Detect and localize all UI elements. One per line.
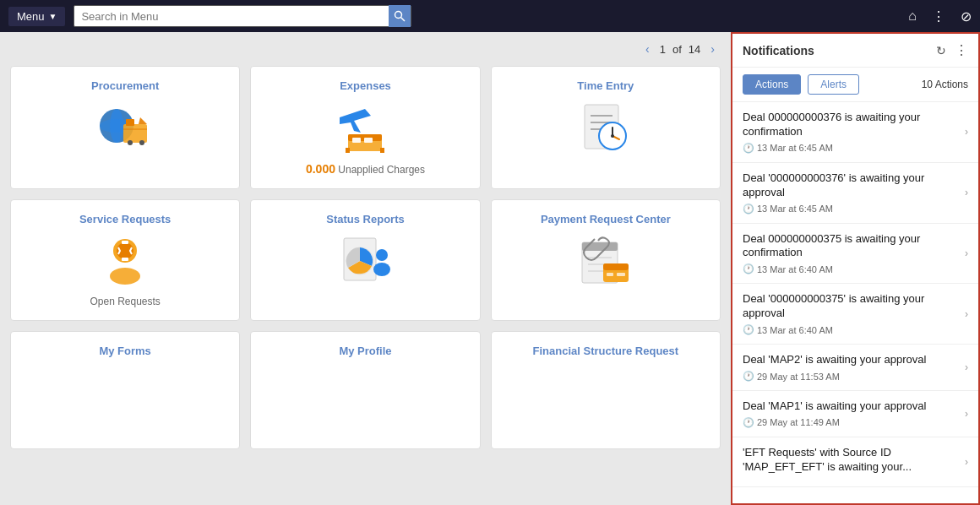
svg-rect-15 <box>380 148 384 153</box>
actions-count: 10 Actions <box>922 79 968 90</box>
tab-actions[interactable]: Actions <box>743 74 801 95</box>
notifications-panel: Notifications ↻ ⋮ Actions Alerts 10 Acti… <box>731 32 980 505</box>
unapplied-value: 0.000 <box>306 162 335 176</box>
search-button[interactable] <box>389 5 411 27</box>
tile-service-requests-title: Service Requests <box>79 213 171 225</box>
notif-item-5-time: 🕐 29 May at 11:53 AM <box>743 371 960 382</box>
tile-time-entry[interactable]: Time Entry <box>491 66 721 189</box>
refresh-icon[interactable]: ↻ <box>936 44 946 57</box>
notif-chevron-1: › <box>965 126 968 138</box>
tile-my-profile[interactable]: My Profile <box>250 331 480 449</box>
home-icon[interactable]: ⌂ <box>908 8 917 24</box>
notif-header-icons: ↻ ⋮ <box>936 42 968 58</box>
notif-item-4[interactable]: Deal '000000000375' is awaiting your app… <box>732 284 978 345</box>
svg-rect-27 <box>122 241 128 244</box>
top-navigation: Menu ▼ ⌂ ⋮ ⊘ <box>0 0 980 32</box>
search-input[interactable] <box>74 10 389 23</box>
svg-rect-42 <box>617 273 625 276</box>
tile-service-requests[interactable]: Service Requests Open Requests <box>10 199 240 321</box>
left-content: ‹ 1 of 14 › Procurement <box>0 32 731 505</box>
clock-icon-4: 🕐 <box>743 324 754 335</box>
menu-button[interactable]: Menu ▼ <box>8 7 65 26</box>
menu-chevron-icon: ▼ <box>49 12 57 21</box>
svg-rect-28 <box>122 258 128 261</box>
tile-expenses-subtitle: 0.000 Unapplied Charges <box>306 162 425 176</box>
pagination-nav: ‹ 1 of 14 › <box>642 41 718 57</box>
svg-rect-5 <box>123 124 147 143</box>
status-reports-icon <box>340 234 390 289</box>
notif-item-6-title: Deal 'MAP1' is awaiting your approval <box>743 399 960 414</box>
page-total: 14 <box>689 43 700 56</box>
notif-item-2[interactable]: Deal '000000000376' is awaiting your app… <box>732 163 978 224</box>
svg-point-32 <box>376 249 388 261</box>
page-current: 1 <box>660 43 666 56</box>
notif-item-1[interactable]: Deal 000000000376 is awaiting your confi… <box>732 102 978 163</box>
tile-service-subtitle: Open Requests <box>90 296 160 307</box>
payment-request-icon <box>578 234 633 289</box>
pagination-bar: ‹ 1 of 14 › <box>0 32 731 66</box>
svg-rect-13 <box>364 138 373 143</box>
tile-payment-request[interactable]: Payment Request Center <box>491 199 721 321</box>
notif-item-6-time: 🕐 29 May at 11:49 AM <box>743 417 960 428</box>
notif-item-1-title: Deal 000000000376 is awaiting your confi… <box>743 111 960 139</box>
notif-chevron-4: › <box>965 308 968 320</box>
notif-chevron-3: › <box>965 247 968 259</box>
tile-time-entry-title: Time Entry <box>577 79 634 92</box>
svg-point-29 <box>110 268 140 285</box>
tile-payment-request-title: Payment Request Center <box>541 213 671 225</box>
tile-financial-structure-title: Financial Structure Request <box>533 345 679 357</box>
tile-financial-structure[interactable]: Financial Structure Request <box>491 331 721 449</box>
notif-item-5[interactable]: Deal 'MAP2' is awaiting your approval 🕐 … <box>732 345 978 391</box>
notif-item-1-content: Deal 000000000376 is awaiting your confi… <box>743 111 960 154</box>
clock-icon-6: 🕐 <box>743 417 754 428</box>
notif-item-4-time: 🕐 13 Mar at 6:40 AM <box>743 324 960 335</box>
nav-right-icons: ⌂ ⋮ ⊘ <box>908 8 972 24</box>
notif-item-5-title: Deal 'MAP2' is awaiting your approval <box>743 353 960 367</box>
notif-item-7[interactable]: 'EFT Requests' with Source ID 'MAP_EFT_E… <box>732 437 978 487</box>
prev-page-button[interactable]: ‹ <box>642 41 653 57</box>
notifications-title: Notifications <box>743 44 814 57</box>
notif-chevron-7: › <box>965 456 968 468</box>
tile-my-forms[interactable]: My Forms <box>10 331 240 449</box>
notif-item-3[interactable]: Deal 000000000375 is awaiting your confi… <box>732 224 978 285</box>
tab-alerts[interactable]: Alerts <box>808 74 859 95</box>
tile-my-profile-title: My Profile <box>339 345 391 357</box>
notifications-list: Deal 000000000376 is awaiting your confi… <box>732 102 978 503</box>
tile-my-forms-title: My Forms <box>99 345 150 357</box>
clock-icon-2: 🕐 <box>743 204 754 214</box>
notif-chevron-2: › <box>965 187 968 198</box>
next-page-button[interactable]: › <box>707 41 718 57</box>
tile-expenses[interactable]: Expenses 0.000 Unapplied Charges <box>250 66 480 189</box>
notif-item-3-content: Deal 000000000375 is awaiting your confi… <box>743 232 960 275</box>
notif-item-6[interactable]: Deal 'MAP1' is awaiting your approval 🕐 … <box>732 391 978 437</box>
notif-more-icon[interactable]: ⋮ <box>955 42 968 58</box>
search-bar <box>74 5 411 27</box>
notif-item-5-content: Deal 'MAP2' is awaiting your approval 🕐 … <box>743 353 960 382</box>
notif-item-4-content: Deal '000000000375' is awaiting your app… <box>743 292 960 335</box>
svg-point-0 <box>395 12 402 19</box>
svg-point-8 <box>128 140 133 145</box>
clock-icon-3: 🕐 <box>743 263 754 274</box>
main-area: ‹ 1 of 14 › Procurement <box>0 32 980 505</box>
tile-status-reports[interactable]: Status Reports <box>250 199 480 321</box>
close-circle-icon[interactable]: ⊘ <box>961 8 972 24</box>
notif-chevron-5: › <box>965 361 968 373</box>
notif-item-3-title: Deal 000000000375 is awaiting your confi… <box>743 232 960 261</box>
svg-rect-40 <box>603 263 629 270</box>
page-separator: of <box>672 43 682 56</box>
tile-procurement-title: Procurement <box>91 79 159 92</box>
notif-item-3-time: 🕐 13 Mar at 6:40 AM <box>743 263 960 274</box>
notif-tab-row: Actions Alerts 10 Actions <box>732 68 978 102</box>
svg-rect-41 <box>607 273 613 276</box>
clock-icon-1: 🕐 <box>743 143 754 154</box>
svg-line-1 <box>401 18 406 22</box>
svg-rect-6 <box>126 119 134 126</box>
tiles-grid: Procurement Expenses <box>0 66 731 459</box>
notif-item-2-time: 🕐 13 Mar at 6:45 AM <box>743 204 960 214</box>
svg-point-33 <box>373 263 390 276</box>
tile-procurement[interactable]: Procurement <box>10 66 240 189</box>
notif-item-7-content: 'EFT Requests' with Source ID 'MAP_EFT_E… <box>743 446 960 478</box>
notif-item-2-title: Deal '000000000376' is awaiting your app… <box>743 171 960 200</box>
notif-chevron-6: › <box>965 408 968 420</box>
more-options-icon[interactable]: ⋮ <box>932 8 945 24</box>
